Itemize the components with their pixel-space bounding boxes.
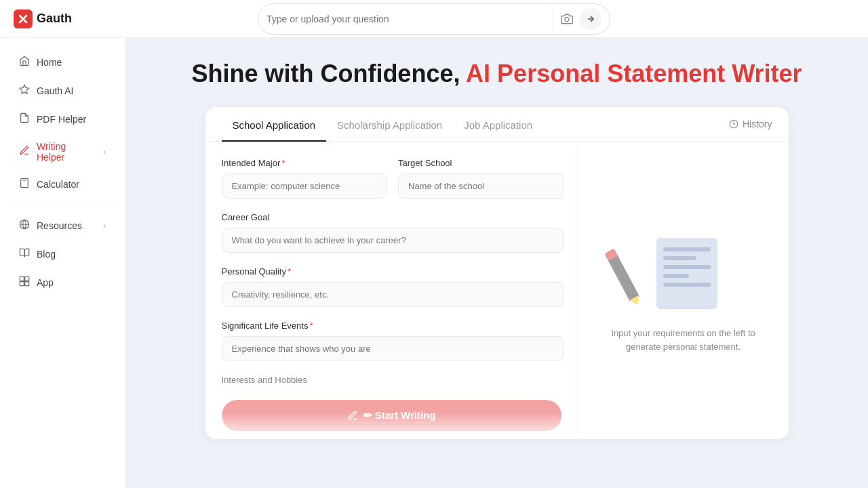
logo-icon [14, 9, 33, 28]
pencil-eraser [604, 249, 618, 261]
sidebar-resources-label: Resources [37, 220, 82, 231]
tabs-header: School Application Scholarship Applicati… [205, 107, 789, 142]
form-row-4: Significant Life Events* [222, 321, 564, 361]
paper-line-4 [663, 274, 690, 278]
target-school-input[interactable] [398, 174, 564, 199]
svg-point-2 [565, 17, 569, 21]
history-button[interactable]: History [729, 119, 772, 129]
start-writing-button[interactable]: ✏ Start Writing [222, 400, 561, 431]
logo[interactable]: Gauth [14, 9, 72, 28]
writing-icon [19, 145, 30, 159]
significant-life-events-input[interactable] [222, 336, 564, 361]
pencil-tip [629, 295, 642, 307]
svg-rect-17 [20, 277, 24, 281]
form-group-personal-quality: Personal Quality* [222, 266, 564, 307]
calculator-icon [19, 178, 30, 191]
home-icon [19, 56, 30, 69]
form-row-2: Career Goal [222, 212, 564, 253]
resources-chevron-icon: › [103, 221, 106, 230]
resources-icon [19, 219, 30, 232]
pencil-illustration [604, 249, 639, 302]
hero-title-part2: AI Personal Statement Writer [466, 60, 802, 87]
sidebar-item-gauth-ai[interactable]: Gauth AI [5, 77, 119, 104]
form-group-target-school: Target School [398, 158, 564, 199]
preview-area: Input your requirements on the left to g… [578, 142, 789, 439]
tab-school-application[interactable]: School Application [222, 107, 327, 142]
sidebar-app-label: App [37, 277, 54, 288]
tab-scholarship-application[interactable]: Scholarship Application [326, 107, 453, 142]
sidebar-item-pdf-helper[interactable]: PDF Helper [5, 106, 119, 133]
form-group-significant-life-events: Significant Life Events* [222, 321, 564, 361]
pdf-icon [19, 113, 30, 126]
sidebar-item-writing-helper[interactable]: Writing Helper › [5, 134, 119, 169]
layout: Home Gauth AI PDF Helper Writing Helper … [0, 38, 868, 488]
sidebar-calculator-label: Calculator [37, 179, 79, 190]
writing-chevron-icon: › [103, 147, 106, 157]
sidebar-pdf-label: PDF Helper [37, 114, 86, 125]
preview-text: Input your requirements on the left to g… [595, 327, 772, 353]
sidebar-blog-label: Blog [37, 249, 56, 260]
sidebar-item-app[interactable]: App [5, 269, 119, 296]
topbar: Gauth [0, 0, 868, 38]
paper-line-1 [663, 247, 711, 251]
significant-life-events-label: Significant Life Events* [222, 321, 564, 331]
pencil-icon [347, 410, 358, 421]
svg-rect-20 [25, 282, 29, 286]
sidebar-writing-label: Writing Helper [37, 141, 96, 163]
svg-rect-19 [20, 282, 24, 286]
start-writing-label: ✏ Start Writing [363, 409, 436, 422]
search-go-button[interactable] [580, 8, 601, 30]
paper-illustration [656, 238, 717, 309]
career-goal-label: Career Goal [222, 212, 564, 222]
search-input[interactable] [267, 14, 547, 24]
main-content: Shine with Confidence, AI Personal State… [125, 38, 868, 488]
personal-quality-input[interactable] [222, 282, 564, 307]
hero-title-part1: Shine with Confidence, [191, 60, 466, 87]
card: School Application Scholarship Applicati… [205, 107, 789, 439]
camera-icon[interactable] [553, 8, 574, 30]
form-group-career-goal: Career Goal [222, 212, 564, 253]
form-group-intended-major: Intended Major* [222, 158, 388, 199]
personal-quality-label: Personal Quality* [222, 266, 564, 277]
sidebar-home-label: Home [37, 57, 62, 68]
career-goal-input[interactable] [222, 228, 564, 253]
intended-major-label: Intended Major* [222, 158, 388, 168]
sidebar: Home Gauth AI PDF Helper Writing Helper … [0, 38, 125, 488]
form-group-interests-hobbies: Interests and Hobbies [222, 375, 564, 385]
sidebar-item-calculator[interactable]: Calculator [5, 171, 119, 198]
sidebar-item-blog[interactable]: Blog [5, 241, 119, 268]
form-area: Intended Major* Target School [205, 142, 578, 439]
form-row-3: Personal Quality* [222, 266, 564, 307]
form-row-5: Interests and Hobbies [222, 375, 564, 385]
logo-text: Gauth [37, 12, 72, 26]
sidebar-item-home[interactable]: Home [5, 49, 119, 76]
gauth-ai-icon [19, 84, 30, 98]
preview-illustration [629, 228, 738, 316]
intended-major-input[interactable] [222, 174, 388, 199]
history-label: History [743, 119, 772, 129]
paper-line-2 [663, 256, 696, 260]
sidebar-divider [11, 205, 114, 205]
card-body: Intended Major* Target School [205, 142, 789, 439]
sidebar-item-resources[interactable]: Resources › [5, 212, 119, 239]
hero-title: Shine with Confidence, AI Personal State… [191, 60, 802, 88]
target-school-label: Target School [398, 158, 564, 168]
search-bar [258, 3, 610, 35]
app-icon [19, 276, 30, 289]
paper-line-3 [663, 265, 711, 269]
paper-line-5 [663, 283, 711, 287]
svg-rect-4 [21, 178, 28, 187]
form-row-1: Intended Major* Target School [222, 158, 564, 199]
blog-icon [19, 247, 30, 261]
svg-rect-18 [25, 277, 29, 281]
history-icon [729, 119, 738, 129]
interests-hobbies-label: Interests and Hobbies [222, 375, 564, 385]
sidebar-gauth-ai-label: Gauth AI [37, 85, 73, 96]
tab-job-application[interactable]: Job Application [453, 107, 543, 142]
